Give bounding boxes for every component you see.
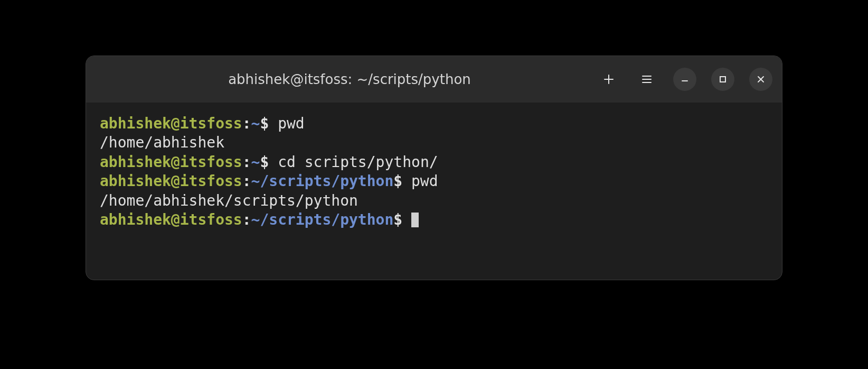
minimize-icon	[680, 75, 690, 84]
prompt-user-host: abhishek@itsfoss	[100, 172, 242, 190]
close-icon	[756, 75, 766, 84]
maximize-icon	[718, 75, 728, 84]
prompt-path: ~/scripts/python	[251, 211, 394, 228]
terminal-line: abhishek@itsfoss:~/scripts/python$	[100, 210, 768, 229]
terminal-line: abhishek@itsfoss:~/scripts/python$ pwd	[100, 172, 768, 191]
terminal-line: abhishek@itsfoss:~$ cd scripts/python/	[100, 153, 768, 172]
svg-rect-6	[720, 77, 725, 82]
command-text: cd scripts/python/	[278, 153, 438, 171]
prompt-symbol: $	[260, 153, 278, 171]
command-output: /home/abhishek/scripts/python	[100, 192, 358, 209]
prompt-path: ~	[251, 115, 260, 132]
prompt-separator: :	[242, 211, 251, 228]
menu-button[interactable]	[635, 68, 658, 91]
command-output: /home/abhishek	[100, 134, 224, 151]
cursor	[411, 213, 419, 227]
terminal-window: abhishek@itsfoss: ~/scripts/python	[86, 56, 782, 280]
plus-icon	[603, 73, 615, 85]
titlebar: abhishek@itsfoss: ~/scripts/python	[86, 56, 782, 103]
prompt-separator: :	[242, 153, 251, 171]
prompt-symbol: $	[260, 115, 278, 132]
prompt-user-host: abhishek@itsfoss	[100, 115, 242, 132]
prompt-symbol: $	[393, 211, 411, 228]
terminal-body[interactable]: abhishek@itsfoss:~$ pwd/home/abhishekabh…	[86, 103, 782, 280]
prompt-path: ~	[251, 153, 260, 171]
prompt-symbol: $	[393, 172, 411, 190]
terminal-line: abhishek@itsfoss:~$ pwd	[100, 114, 768, 133]
prompt-user-host: abhishek@itsfoss	[100, 153, 242, 171]
command-text: pwd	[278, 115, 305, 132]
terminal-line: /home/abhishek/scripts/python	[100, 191, 768, 210]
maximize-button[interactable]	[711, 68, 734, 91]
close-button[interactable]	[749, 68, 772, 91]
minimize-button[interactable]	[673, 68, 696, 91]
prompt-separator: :	[242, 115, 251, 132]
window-title: abhishek@itsfoss: ~/scripts/python	[102, 71, 597, 87]
prompt-user-host: abhishek@itsfoss	[100, 211, 242, 228]
titlebar-controls	[597, 68, 772, 91]
terminal-line: /home/abhishek	[100, 133, 768, 152]
hamburger-icon	[641, 73, 653, 85]
prompt-path: ~/scripts/python	[251, 172, 394, 190]
prompt-separator: :	[242, 172, 251, 190]
new-tab-button[interactable]	[597, 68, 620, 91]
command-text: pwd	[411, 172, 438, 190]
